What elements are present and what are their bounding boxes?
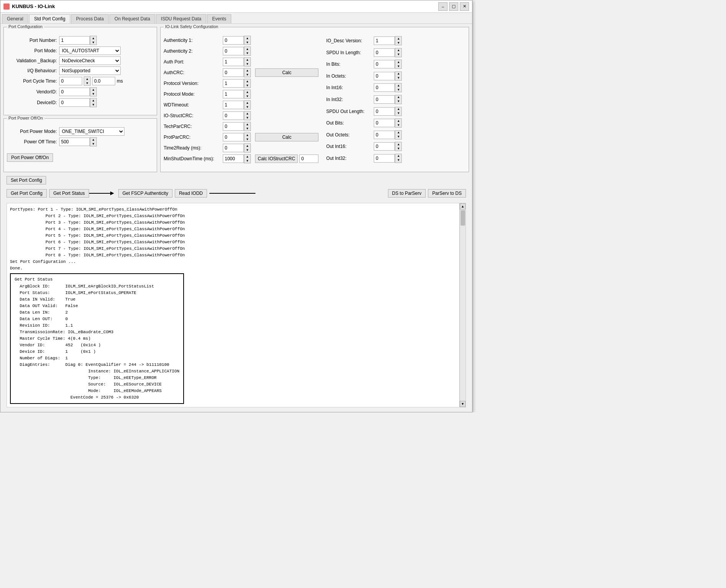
spdu-in-length-down[interactable]: ▼ xyxy=(395,53,401,57)
out-int32-down[interactable]: ▼ xyxy=(395,158,401,163)
in-bits-up[interactable]: ▲ xyxy=(395,60,401,64)
power-off-time-down[interactable]: ▼ xyxy=(90,142,96,146)
in-int16-down[interactable]: ▼ xyxy=(395,88,401,92)
auth-crc-down[interactable]: ▼ xyxy=(244,73,250,77)
in-int32-input[interactable] xyxy=(374,95,395,104)
auth-port-up[interactable]: ▲ xyxy=(244,58,250,62)
vendor-id-input[interactable] xyxy=(59,88,90,96)
auth1-input[interactable] xyxy=(223,36,244,45)
min-shutdown-down[interactable]: ▼ xyxy=(244,159,250,163)
auth-port-input[interactable] xyxy=(223,58,244,66)
io-desc-version-down[interactable]: ▼ xyxy=(395,41,401,45)
tab-on-request-data[interactable]: On Request Data xyxy=(109,14,155,23)
prot-par-crc-calc-button[interactable]: Calc xyxy=(255,133,318,141)
tab-process-data[interactable]: Process Data xyxy=(71,14,109,23)
auth-crc-up[interactable]: ▲ xyxy=(244,68,250,73)
io-struct-crc-up[interactable]: ▲ xyxy=(244,111,250,116)
min-shutdown-input[interactable] xyxy=(223,154,244,163)
iq-behaviour-select[interactable]: NotSupported DI DO xyxy=(59,66,121,75)
protocol-version-input[interactable] xyxy=(223,79,244,88)
wd-timeout-up[interactable]: ▲ xyxy=(244,101,250,105)
out-bits-input[interactable] xyxy=(374,119,395,127)
io-desc-version-input[interactable] xyxy=(374,37,395,45)
cycle-time-input[interactable] xyxy=(59,77,82,85)
port-number-up[interactable]: ▲ xyxy=(90,36,96,40)
tab-general[interactable]: General xyxy=(2,14,28,23)
power-mode-select[interactable]: ONE_TIME_SWITCI CYCLIC_SWITCH xyxy=(59,127,124,136)
tab-std-port-config[interactable]: Std Port Config xyxy=(29,14,70,23)
protocol-version-up[interactable]: ▲ xyxy=(244,79,250,83)
parserv-to-ds-button[interactable]: ParServ to DS xyxy=(428,189,466,198)
calc-iostruct-crc-result[interactable] xyxy=(299,154,318,163)
device-id-input[interactable] xyxy=(59,98,90,107)
set-port-config-button[interactable]: Set Port Config xyxy=(7,176,46,184)
port-number-input[interactable] xyxy=(59,36,90,45)
cycle-time-ms-input[interactable] xyxy=(92,77,115,85)
auth2-up[interactable]: ▲ xyxy=(244,47,250,51)
out-int16-down[interactable]: ▼ xyxy=(395,146,401,151)
read-iodd-button[interactable]: Read IODD xyxy=(175,189,207,198)
port-mode-select[interactable]: IOL_AUTOSTART IOL_MANUAL DI DO DEACTIVAT… xyxy=(59,47,121,55)
tab-events[interactable]: Events xyxy=(207,14,231,23)
time2ready-up[interactable]: ▲ xyxy=(244,144,250,148)
device-id-up[interactable]: ▲ xyxy=(90,98,96,103)
io-struct-crc-input[interactable] xyxy=(223,111,244,120)
prot-par-crc-input[interactable] xyxy=(223,133,244,141)
auth-crc-calc-button[interactable]: Calc xyxy=(255,68,318,77)
port-number-down[interactable]: ▼ xyxy=(90,40,96,45)
wd-timeout-input[interactable] xyxy=(223,101,244,109)
spdu-out-length-down[interactable]: ▼ xyxy=(395,111,401,116)
spdu-out-length-up[interactable]: ▲ xyxy=(395,107,401,111)
out-bits-up[interactable]: ▲ xyxy=(395,119,401,123)
in-int32-up[interactable]: ▲ xyxy=(395,95,401,100)
time2ready-input[interactable] xyxy=(223,144,244,152)
out-int16-up[interactable]: ▲ xyxy=(395,142,401,146)
out-octets-down[interactable]: ▼ xyxy=(395,135,401,139)
port-power-offon-button[interactable]: Port Power Off/On xyxy=(7,153,53,162)
min-shutdown-up[interactable]: ▲ xyxy=(244,154,250,159)
in-octets-up[interactable]: ▲ xyxy=(395,72,401,76)
tech-par-crc-up[interactable]: ▲ xyxy=(244,122,250,126)
wd-timeout-down[interactable]: ▼ xyxy=(244,105,250,109)
scroll-up-button[interactable]: ▲ xyxy=(460,203,466,209)
vertical-scrollbar[interactable]: ▲ ▼ xyxy=(459,203,466,407)
get-port-status-button[interactable]: Get Port Status xyxy=(49,189,89,198)
vendor-id-up[interactable]: ▲ xyxy=(90,88,96,92)
auth1-down[interactable]: ▼ xyxy=(244,40,250,45)
prot-par-crc-down[interactable]: ▼ xyxy=(244,137,250,141)
scroll-track[interactable] xyxy=(460,209,466,401)
close-button[interactable]: ✕ xyxy=(460,2,469,11)
in-int16-input[interactable] xyxy=(374,83,395,92)
out-octets-input[interactable] xyxy=(374,131,395,139)
tab-isdu-request-data[interactable]: ISDU Request Data xyxy=(156,14,206,23)
spdu-in-length-up[interactable]: ▲ xyxy=(395,48,401,53)
in-bits-input[interactable] xyxy=(374,60,395,68)
cycle-time-up[interactable]: ▲ xyxy=(84,77,90,81)
protocol-version-down[interactable]: ▼ xyxy=(244,83,250,88)
power-off-time-up[interactable]: ▲ xyxy=(90,138,96,142)
power-off-time-input[interactable] xyxy=(59,138,90,146)
device-id-down[interactable]: ▼ xyxy=(90,103,96,107)
out-octets-up[interactable]: ▲ xyxy=(395,131,401,135)
out-int16-input[interactable] xyxy=(374,142,395,151)
auth2-input[interactable] xyxy=(223,47,244,55)
in-octets-down[interactable]: ▼ xyxy=(395,76,401,80)
scroll-down-button[interactable]: ▼ xyxy=(460,401,466,407)
in-int16-up[interactable]: ▲ xyxy=(395,83,401,88)
io-desc-version-up[interactable]: ▲ xyxy=(395,37,401,41)
tech-par-crc-down[interactable]: ▼ xyxy=(244,126,250,131)
minimize-button[interactable]: – xyxy=(438,2,448,11)
ds-to-parserv-button[interactable]: DS to ParServ xyxy=(388,189,426,198)
io-struct-crc-down[interactable]: ▼ xyxy=(244,116,250,120)
out-int32-input[interactable] xyxy=(374,154,395,163)
out-bits-down[interactable]: ▼ xyxy=(395,123,401,127)
auth-crc-input[interactable] xyxy=(223,68,244,77)
in-bits-down[interactable]: ▼ xyxy=(395,64,401,68)
spdu-out-length-input[interactable] xyxy=(374,107,395,116)
in-int32-down[interactable]: ▼ xyxy=(395,100,401,104)
get-port-config-button[interactable]: Get Port Config xyxy=(7,189,47,198)
protocol-mode-input[interactable] xyxy=(223,90,244,98)
validation-select[interactable]: NoDeviceCheck V1.0 V1.1 Compatible xyxy=(59,56,121,65)
time2ready-down[interactable]: ▼ xyxy=(244,148,250,152)
auth2-down[interactable]: ▼ xyxy=(244,51,250,55)
